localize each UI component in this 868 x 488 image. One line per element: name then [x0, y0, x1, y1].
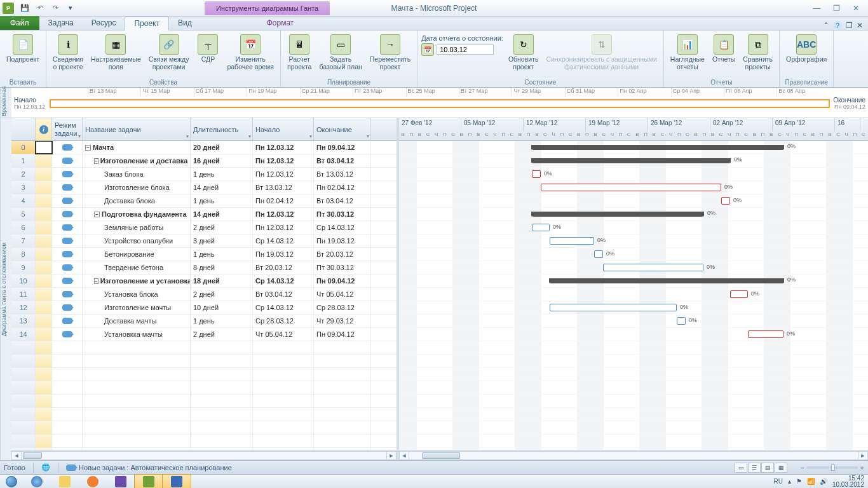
compare-projects-button[interactable]: ⧉Сравнить проекты	[740, 33, 775, 72]
project-info-button[interactable]: ℹСведения о проекте	[50, 33, 86, 72]
table-row[interactable]: 2Заказ блока1 деньПн 12.03.12Вт 13.03.12	[11, 168, 397, 181]
table-row[interactable]	[11, 368, 397, 381]
zoom-in-icon[interactable]: +	[860, 464, 864, 471]
gantt-bar[interactable]: 0%	[603, 264, 703, 271]
view-gantt-icon[interactable]: ▭	[735, 463, 747, 473]
project-links-button[interactable]: 🔗Связи между проектами	[146, 33, 192, 72]
timeline-bar[interactable]	[50, 99, 830, 108]
worktime-button[interactable]: 📅Изменить рабочее время	[224, 33, 276, 72]
col-header-duration[interactable]: Длительность▾	[191, 118, 253, 140]
table-row[interactable]: 9Твердение бетона8 днейВт 20.03.12Пт 30.…	[11, 261, 397, 274]
table-row[interactable]	[11, 408, 397, 421]
wbs-button[interactable]: ┬СДР	[194, 33, 222, 65]
window-close-icon[interactable]: ✕	[857, 21, 863, 30]
subproject-button[interactable]: 📄Подпроект	[4, 33, 42, 65]
taskbar-ie[interactable]	[23, 475, 51, 489]
calc-project-button[interactable]: 🖩Расчет проекта	[285, 33, 314, 72]
view-resource-icon[interactable]: ▦	[775, 463, 787, 473]
tab-view[interactable]: Вид	[169, 16, 201, 30]
update-project-button[interactable]: ↻Обновить проект	[506, 33, 541, 72]
undo-button[interactable]: ↶	[33, 2, 47, 15]
gantt-bar[interactable]: 0%	[748, 330, 783, 338]
gantt-bar[interactable]: 0%	[721, 197, 730, 205]
view-usage-icon[interactable]: ☰	[748, 463, 761, 473]
status-globe-icon[interactable]: 🌐	[41, 463, 50, 471]
help-icon[interactable]: ?	[833, 21, 842, 30]
view-switcher[interactable]: ▭ ☰ ▤ ▦	[735, 463, 787, 473]
redo-button[interactable]: ↷	[48, 2, 62, 15]
taskbar-media[interactable]	[79, 475, 107, 489]
col-header-mode[interactable]: Режим задачи▾	[52, 118, 83, 140]
gantt-hscroll[interactable]: ◄►	[399, 450, 868, 460]
tray-chevron-icon[interactable]: ▴	[788, 478, 791, 485]
gantt-bar[interactable]: 0%	[550, 304, 677, 311]
tab-task[interactable]: Задача	[39, 16, 83, 30]
table-row[interactable]: 3Изготовление блока14 днейВт 13.03.12Пн …	[11, 181, 397, 194]
file-tab[interactable]: Файл	[0, 16, 39, 30]
col-header-end[interactable]: Окончание▾	[314, 118, 371, 140]
table-row[interactable]: 7Устройство опалубки3 днейСр 14.03.12Пн …	[11, 234, 397, 248]
table-row[interactable]	[11, 341, 397, 355]
table-row[interactable]: 1−Изготовление и доставка блока16 днейПн…	[11, 154, 397, 168]
gantt-bar[interactable]: 0%	[730, 290, 748, 298]
outline-toggle[interactable]: −	[94, 212, 100, 217]
zoom-slider[interactable]: − +	[800, 464, 864, 471]
taskbar-app1[interactable]	[107, 475, 135, 489]
outline-toggle[interactable]: −	[94, 278, 98, 284]
gantt-bar[interactable]: 0%	[532, 170, 541, 178]
outline-toggle[interactable]: −	[94, 158, 98, 164]
move-project-button[interactable]: →Переместить проект	[367, 33, 413, 72]
outline-toggle[interactable]: −	[85, 145, 91, 151]
table-row[interactable]: 0−Мачта20 днейПн 12.03.12Пн 09.04.12	[11, 141, 397, 154]
table-row[interactable]: 14Установкка мачты2 днейЧт 05.04.12Пн 09…	[11, 328, 397, 341]
tab-resource[interactable]: Ресурс	[83, 16, 125, 30]
spellcheck-button[interactable]: ABCОрфография	[783, 33, 829, 65]
taskbar-explorer[interactable]	[51, 475, 79, 489]
view-team-icon[interactable]: ▤	[761, 463, 774, 473]
gantt-bar[interactable]: 0%	[532, 224, 550, 231]
qat-more-button[interactable]: ▾	[64, 2, 78, 15]
table-hscroll[interactable]: ◄►	[11, 450, 397, 460]
table-row[interactable]	[11, 435, 397, 448]
reports-button[interactable]: 📋Отчеты	[710, 33, 738, 65]
gantt-bar[interactable]: 0%	[532, 212, 703, 217]
col-header-name[interactable]: Название задачи▾	[83, 118, 191, 140]
table-row[interactable]	[11, 381, 397, 395]
save-button[interactable]: 💾	[18, 2, 32, 15]
gantt-bar[interactable]: 0%	[677, 317, 686, 325]
tray-network-icon[interactable]: 📶	[807, 478, 815, 485]
tray-volume-icon[interactable]: 🔊	[820, 478, 827, 485]
table-row[interactable]: 12Изготовление мачты10 днейСр 14.03.12Ср…	[11, 301, 397, 315]
maximize-button[interactable]: ❐	[831, 4, 843, 13]
table-row[interactable]: 5−Подготовка фундамента14 днейПн 12.03.1…	[11, 208, 397, 221]
gantt-bar[interactable]: 0%	[550, 278, 783, 283]
close-button[interactable]: ✕	[850, 4, 862, 13]
table-row[interactable]: 8Бетонирование1 деньПн 19.03.12Вт 20.03.…	[11, 248, 397, 261]
tray-flag-icon[interactable]: ⚑	[796, 478, 802, 485]
table-row[interactable]: 11Установка блока2 днейВт 03.04.12Чт 05.…	[11, 288, 397, 301]
zoom-out-icon[interactable]: −	[800, 464, 804, 471]
table-row[interactable]	[11, 421, 397, 435]
col-header-info[interactable]: i	[36, 118, 52, 140]
visual-reports-button[interactable]: 📊Наглядные отчеты	[668, 33, 707, 72]
gantt-bar[interactable]: 0%	[532, 158, 730, 163]
table-row[interactable]: 4Доставка блока1 деньПн 02.04.12Вт 03.04…	[11, 194, 397, 208]
col-header-start[interactable]: Начало▾	[253, 118, 314, 140]
tab-project[interactable]: Проект	[125, 17, 169, 30]
minimize-button[interactable]: —	[810, 4, 823, 13]
table-row[interactable]: 6Земляные работы2 днейПн 12.03.12Ср 14.0…	[11, 221, 397, 234]
table-row[interactable]	[11, 395, 397, 408]
gantt-bar[interactable]: 0%	[550, 237, 594, 245]
status-date-input[interactable]	[437, 44, 494, 55]
gantt-bar[interactable]: 0%	[541, 184, 721, 191]
custom-fields-button[interactable]: ▦Настраиваемые поля	[88, 33, 144, 72]
col-header-id[interactable]	[11, 118, 36, 140]
set-baseline-button[interactable]: ▭Задать базовый план	[316, 33, 364, 72]
ribbon-minimize-icon[interactable]: ⌃	[823, 21, 829, 30]
start-button[interactable]	[0, 475, 23, 489]
table-row[interactable]: 10−Изготовление и установка18 днейСр 14.…	[11, 274, 397, 288]
taskbar-word[interactable]	[163, 475, 191, 489]
table-row[interactable]: 13Доставка мачты1 деньСр 28.03.12Чт 29.0…	[11, 315, 397, 328]
tray-lang[interactable]: RU	[773, 478, 782, 485]
window-restore-icon[interactable]: ❐	[846, 21, 853, 30]
